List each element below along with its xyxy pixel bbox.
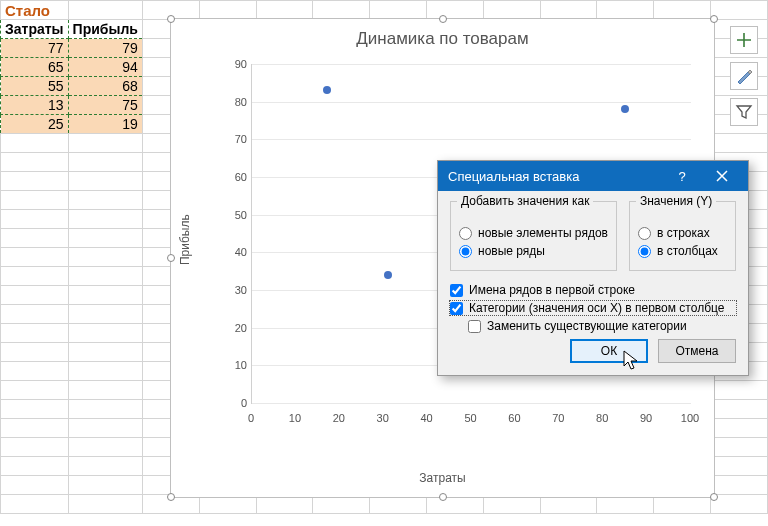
cell[interactable]: [1, 134, 69, 153]
cell[interactable]: [711, 495, 768, 514]
resize-handle[interactable]: [439, 15, 447, 23]
cell[interactable]: [1, 457, 69, 476]
cell[interactable]: [313, 1, 370, 20]
cell[interactable]: [711, 476, 768, 495]
cell[interactable]: [1, 286, 69, 305]
cell[interactable]: Стало: [1, 1, 69, 20]
cell[interactable]: [256, 1, 313, 20]
cell[interactable]: 65: [1, 58, 69, 77]
data-point[interactable]: [621, 105, 629, 113]
cell[interactable]: [1, 400, 69, 419]
cell[interactable]: [1, 419, 69, 438]
cell[interactable]: [370, 1, 427, 20]
cell[interactable]: [654, 1, 711, 20]
radio-in-rows[interactable]: в строках: [638, 226, 727, 240]
checkbox-replace-categories[interactable]: Заменить существующие категории: [468, 319, 736, 333]
cell[interactable]: [711, 134, 768, 153]
cell[interactable]: [1, 153, 69, 172]
cell[interactable]: [1, 229, 69, 248]
cell[interactable]: [1, 172, 69, 191]
cell[interactable]: [68, 457, 142, 476]
cell[interactable]: [711, 438, 768, 457]
resize-handle[interactable]: [710, 493, 718, 501]
cancel-button[interactable]: Отмена: [658, 339, 736, 363]
cell[interactable]: [68, 210, 142, 229]
cell[interactable]: [1, 495, 69, 514]
cell[interactable]: [68, 343, 142, 362]
cell[interactable]: [68, 419, 142, 438]
cell[interactable]: [1, 267, 69, 286]
cell[interactable]: [711, 400, 768, 419]
checkbox-categories-x[interactable]: Категории (значения оси X) в первом стол…: [450, 301, 736, 315]
cell[interactable]: [68, 381, 142, 400]
cell[interactable]: [68, 324, 142, 343]
cell[interactable]: 68: [68, 77, 142, 96]
resize-handle[interactable]: [439, 493, 447, 501]
cell[interactable]: 75: [68, 96, 142, 115]
resize-handle[interactable]: [167, 15, 175, 23]
cell[interactable]: 94: [68, 58, 142, 77]
cell[interactable]: [1, 438, 69, 457]
checkbox-series-names[interactable]: Имена рядов в первой строке: [450, 283, 736, 297]
y-tick: 40: [221, 246, 247, 258]
resize-handle[interactable]: [710, 15, 718, 23]
cell[interactable]: [68, 305, 142, 324]
ok-button[interactable]: ОК: [570, 339, 648, 363]
cell[interactable]: 25: [1, 115, 69, 134]
resize-handle[interactable]: [167, 493, 175, 501]
chart-styles-button[interactable]: [730, 62, 758, 90]
cell[interactable]: [68, 476, 142, 495]
close-button[interactable]: [702, 161, 742, 191]
cell[interactable]: [68, 134, 142, 153]
cell[interactable]: [1, 343, 69, 362]
radio-new-elements[interactable]: новые элементы рядов: [459, 226, 608, 240]
data-point[interactable]: [323, 86, 331, 94]
cell[interactable]: [68, 495, 142, 514]
cell[interactable]: [597, 1, 654, 20]
x-tick: 80: [596, 412, 608, 424]
cell[interactable]: [68, 1, 142, 20]
data-point[interactable]: [384, 271, 392, 279]
cell[interactable]: [68, 172, 142, 191]
radio-new-series[interactable]: новые ряды: [459, 244, 608, 258]
cell[interactable]: 79: [68, 39, 142, 58]
chart-title[interactable]: Динамика по товарам: [171, 19, 714, 53]
cell[interactable]: [711, 457, 768, 476]
cell[interactable]: Затраты: [1, 20, 69, 39]
cell[interactable]: [483, 1, 540, 20]
cell[interactable]: [68, 191, 142, 210]
cell[interactable]: [68, 286, 142, 305]
help-button[interactable]: ?: [662, 161, 702, 191]
cell[interactable]: [68, 229, 142, 248]
chart-filter-button[interactable]: [730, 98, 758, 126]
cell[interactable]: [711, 381, 768, 400]
dialog-titlebar[interactable]: Специальная вставка ?: [438, 161, 748, 191]
cell[interactable]: [1, 210, 69, 229]
cell[interactable]: [68, 248, 142, 267]
cell[interactable]: [711, 419, 768, 438]
cell[interactable]: 77: [1, 39, 69, 58]
cell[interactable]: [1, 248, 69, 267]
cell[interactable]: [1, 305, 69, 324]
cell[interactable]: [68, 153, 142, 172]
cell[interactable]: [540, 1, 597, 20]
cell[interactable]: 13: [1, 96, 69, 115]
chart-add-element-button[interactable]: [730, 26, 758, 54]
cell[interactable]: [68, 438, 142, 457]
cell[interactable]: [1, 191, 69, 210]
cell[interactable]: [1, 476, 69, 495]
cell[interactable]: [1, 362, 69, 381]
cell[interactable]: [199, 1, 256, 20]
cell[interactable]: 19: [68, 115, 142, 134]
cell[interactable]: [1, 381, 69, 400]
cell[interactable]: [68, 400, 142, 419]
radio-in-columns[interactable]: в столбцах: [638, 244, 727, 258]
cell[interactable]: Прибыль: [68, 20, 142, 39]
cell[interactable]: [711, 1, 768, 20]
cell[interactable]: [68, 267, 142, 286]
cell[interactable]: 55: [1, 77, 69, 96]
resize-handle[interactable]: [167, 254, 175, 262]
cell[interactable]: [1, 324, 69, 343]
cell[interactable]: [68, 362, 142, 381]
cell[interactable]: [426, 1, 483, 20]
